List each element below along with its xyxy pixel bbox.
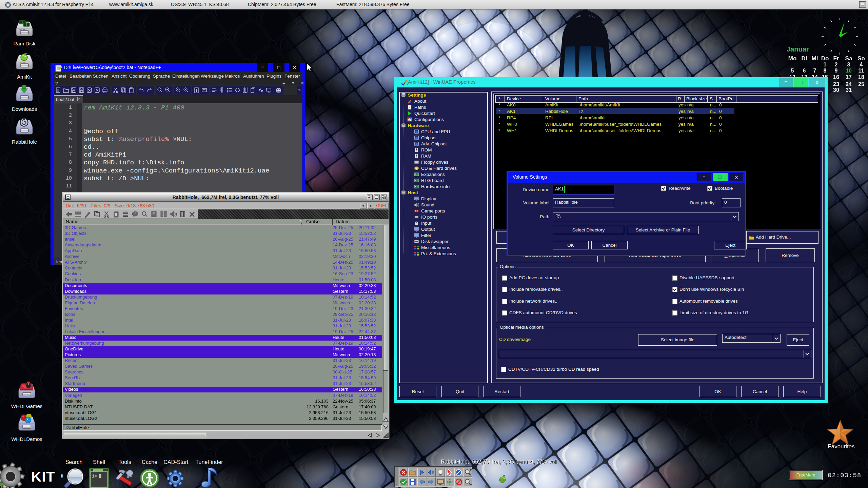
- svg-text:1>: 1>: [92, 474, 97, 479]
